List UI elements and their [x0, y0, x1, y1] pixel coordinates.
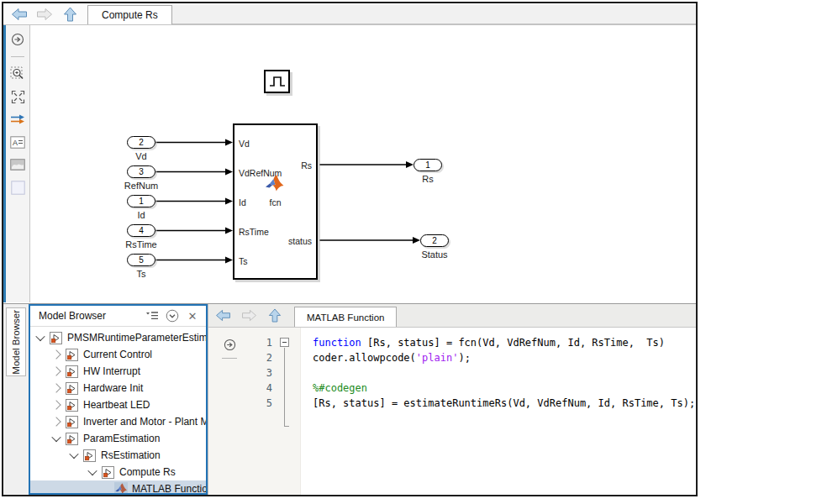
codegen-pragma: %#codegen: [313, 382, 367, 394]
collapse-all-icon[interactable]: [164, 308, 181, 323]
model-browser-vertical-tab[interactable]: Model Browser: [6, 307, 26, 376]
back-icon: [215, 309, 231, 322]
tree-item-hardware-init[interactable]: Hardware Init: [30, 380, 206, 396]
circle-arrow-icon[interactable]: [222, 337, 237, 352]
inport-block-id[interactable]: 1: [127, 195, 155, 207]
outport-block-rs[interactable]: 1: [414, 159, 442, 171]
forward-icon: [36, 8, 53, 21]
string-literal: 'plain': [416, 352, 459, 364]
tree-item-label: Hardware Init: [83, 382, 143, 394]
inport-label-refnum: RefNum: [124, 181, 158, 191]
inport-block-ts[interactable]: 5: [127, 254, 155, 266]
editor-tab-matlab-function[interactable]: MATLAB Function: [294, 307, 397, 327]
tree-item-param-estimation[interactable]: ParamEstimation: [30, 430, 206, 447]
tree-item-rs-estimation[interactable]: RsEstimation: [30, 447, 206, 464]
outport-number: 2: [432, 236, 437, 245]
editor-tab-label: MATLAB Function: [307, 312, 384, 323]
palette-divider: [11, 56, 24, 57]
line-number: 5: [250, 396, 272, 411]
matlab-logo-icon: [265, 174, 285, 194]
gutter-divider: [222, 358, 237, 359]
tree-item-label: RsEstimation: [101, 449, 161, 461]
chevron-collapsed-icon[interactable]: [51, 400, 61, 409]
editor-up-button[interactable]: [266, 308, 284, 323]
subsystem-icon: [66, 365, 79, 378]
tree-item-inverter-and-motor[interactable]: Inverter and Motor - Plant M: [30, 413, 206, 430]
model-canvas[interactable]: 2 Vd 3 RefNum 1 Id 4 RsTime 5 Ts Vd VdRe…: [30, 25, 696, 302]
model-browser-tree: PMSMRuntimeParameterEstimat Current Cont…: [30, 327, 206, 493]
area-icon[interactable]: [10, 180, 25, 195]
matlab-function-block[interactable]: Vd VdRefNum Id RsTime Ts Rs status fcn: [233, 123, 318, 280]
tree-item-matlab-function[interactable]: MATLAB Functio: [30, 480, 206, 493]
subsystem-icon: [102, 466, 115, 479]
up-icon: [268, 308, 282, 323]
chevron-collapsed-icon[interactable]: [51, 383, 61, 392]
circle-arrow-icon[interactable]: [10, 32, 25, 47]
model-browser-vertical-tab-label: Model Browser: [11, 310, 21, 375]
subsystem-icon: [50, 332, 63, 344]
back-button[interactable]: [10, 7, 29, 22]
inport-block-rstime[interactable]: 4: [127, 224, 155, 237]
zoom-region-icon[interactable]: [10, 66, 25, 81]
fold-extent-line: [284, 348, 289, 427]
filter-menu-icon[interactable]: [144, 308, 161, 323]
inport-label-vd: Vd: [135, 151, 146, 161]
chevron-expanded-icon[interactable]: [87, 466, 97, 475]
block-port-rstime: RsTime: [239, 227, 269, 237]
up-to-parent-button[interactable]: [61, 7, 79, 22]
fold-collapse-icon[interactable]: [280, 338, 289, 347]
subsystem-icon: [66, 382, 79, 395]
tree-item-label: MATLAB Functio: [132, 483, 206, 493]
inport-label-id: Id: [137, 210, 145, 220]
line-number: 1: [250, 335, 272, 350]
nav-buttons: [3, 3, 87, 24]
subsystem-icon: [83, 449, 97, 462]
inport-block-refnum[interactable]: 3: [127, 165, 155, 178]
model-browser-header: Model Browser ✕: [30, 306, 206, 327]
subsystem-icon: [66, 349, 79, 361]
outport-label-rs: Rs: [422, 174, 433, 184]
tree-item-compute-rs[interactable]: Compute Rs: [30, 464, 206, 480]
editor-gutter: [208, 328, 250, 495]
chevron-expanded-icon[interactable]: [35, 332, 45, 341]
block-port-status: status: [288, 236, 312, 246]
tab-strip-filler: [172, 5, 696, 24]
chevron-collapsed-icon[interactable]: [51, 349, 61, 359]
tree-item-current-control[interactable]: Current Control: [30, 346, 206, 363]
up-icon: [63, 7, 77, 22]
tree-item-hw-interrupt[interactable]: HW Interrupt: [30, 363, 206, 380]
screenshot-root: Compute Rs: [0, 0, 827, 504]
annotation-icon[interactable]: A: [10, 134, 25, 150]
editor-back-button[interactable]: [213, 308, 232, 323]
model-browser-title: Model Browser: [39, 310, 140, 322]
editor-forward-button[interactable]: [240, 308, 258, 323]
tree-item-heartbeat-led[interactable]: Heartbeat LED: [30, 396, 206, 413]
chevron-collapsed-icon[interactable]: [51, 366, 61, 375]
code-line-3: [313, 365, 696, 381]
chevron-expanded-icon[interactable]: [69, 449, 78, 459]
fit-view-icon[interactable]: [10, 89, 25, 104]
forward-button[interactable]: [35, 7, 54, 22]
code-text: [Rs, status] = estimateRuntimeRs(Vd, VdR…: [313, 397, 695, 409]
chevron-collapsed-icon[interactable]: [51, 417, 61, 426]
outport-block-status[interactable]: 2: [420, 234, 449, 247]
canvas-tab-compute-rs[interactable]: Compute Rs: [87, 5, 172, 24]
signal-arrows-icon[interactable]: [10, 112, 25, 127]
line-number: 2: [250, 350, 272, 365]
inport-block-vd[interactable]: 2: [127, 136, 155, 149]
svg-text:A: A: [13, 138, 18, 146]
chevron-expanded-icon[interactable]: [51, 433, 61, 442]
code-area[interactable]: function [Rs, status] = fcn(Vd, VdRefNum…: [301, 328, 696, 495]
line-number-column: 1 2 3 4 5: [250, 328, 272, 495]
inport-number: 5: [139, 255, 144, 265]
subsystem-icon: [66, 399, 79, 412]
image-icon[interactable]: [10, 157, 25, 172]
inport-number: 2: [139, 138, 144, 147]
code-line-1: function [Rs, status] = fcn(Vd, VdRefNum…: [313, 335, 696, 350]
outport-number: 1: [425, 160, 430, 170]
pulse-generator-block[interactable]: [264, 70, 290, 93]
close-icon[interactable]: ✕: [184, 308, 201, 323]
subsystem-icon: [66, 433, 79, 445]
line-number: 4: [250, 381, 272, 396]
tree-item-root-model[interactable]: PMSMRuntimeParameterEstimat: [30, 329, 206, 346]
